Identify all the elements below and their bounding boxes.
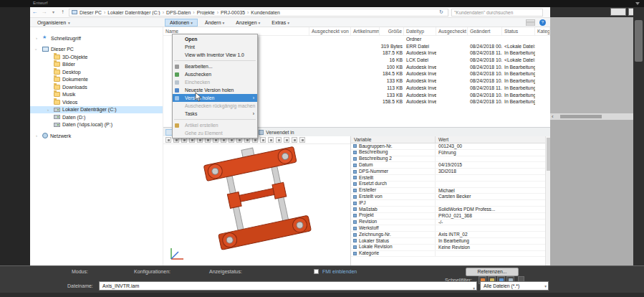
variable-icon <box>353 176 357 179</box>
menu-item[interactable]: Neueste Version holen <box>173 86 257 94</box>
menu-item[interactable]: Print <box>173 43 257 51</box>
help-icon[interactable] <box>539 19 546 26</box>
menu-item[interactable]: Open <box>173 35 257 43</box>
column-header[interactable]: Größe <box>380 27 404 35</box>
sidebar-item[interactable]: Downloads <box>30 83 163 91</box>
column-header[interactable]: Ausgecheckt von <box>309 27 351 35</box>
organize-button[interactable]: Organisieren <box>34 19 73 26</box>
search-input[interactable]: "Kundendaten" durchsuchen <box>451 9 543 16</box>
menu-item[interactable]: View with Inventor View 1.0 <box>173 51 257 59</box>
history-chevron-icon[interactable] <box>49 7 58 17</box>
property-row: Erstellt von Carsten Becker <box>351 194 550 200</box>
column-header[interactable]: Status <box>502 27 535 35</box>
sidebar-item[interactable]: Bilder <box>30 61 163 69</box>
filename-input[interactable]: Axis_INVTR.iam <box>99 281 477 291</box>
cell-checked-out-by <box>309 36 351 43</box>
menu-item[interactable]: Gehe zu Element <box>173 129 257 137</box>
menu-item[interactable]: Auschecken <box>173 70 257 78</box>
variable-icon <box>353 252 357 255</box>
refresh-icon[interactable] <box>439 9 446 15</box>
up-icon[interactable] <box>58 7 67 17</box>
cell-checked-out-by <box>309 70 351 77</box>
breadcrumb-item[interactable]: PRJ-00035 <box>221 10 251 15</box>
breadcrumb-item[interactable]: Projekte <box>197 10 221 15</box>
view-options-icon[interactable] <box>526 19 535 26</box>
horizontal-scrollbar[interactable] <box>550 113 633 120</box>
menu-item[interactable]: Bearbeiten... <box>173 62 257 70</box>
vertical-scrollbar[interactable] <box>633 7 644 265</box>
cell-item-number <box>351 50 380 57</box>
referenzen-button[interactable]: Referenzen... <box>466 268 519 276</box>
sidebar-item[interactable]: Daten (\\dps.local) (P:) <box>30 121 163 129</box>
item-icon <box>54 100 60 105</box>
cell-size: 319 Bytes <box>380 43 404 50</box>
stamp-icon[interactable] <box>299 137 305 143</box>
sidebar-item[interactable]: Lokaler Datenträger (C:) <box>30 106 163 114</box>
cell-modified: 08/24/2018 10... <box>468 70 502 77</box>
menu-item[interactable] <box>174 60 256 61</box>
fmi-checkbox[interactable] <box>314 269 319 274</box>
column-header[interactable]: Kategorie <box>535 27 550 35</box>
sidebar-item[interactable]: Desktop <box>30 68 163 76</box>
column-header[interactable]: Artikelnummer <box>351 27 380 35</box>
menu-button[interactable]: Aktionen <box>165 19 198 27</box>
forward-icon[interactable] <box>39 7 49 17</box>
variable-icon <box>353 233 357 237</box>
menu-button[interactable]: Extras <box>267 19 294 26</box>
preview-tab[interactable]: Verwendet in <box>254 128 298 136</box>
back-icon[interactable] <box>30 7 39 17</box>
print-icon[interactable] <box>165 137 171 143</box>
sidebar-item[interactable]: Schnellzugriff <box>30 34 163 42</box>
sidebar-item[interactable]: Daten (D:) <box>30 113 163 121</box>
expander-icon[interactable] <box>36 47 40 52</box>
annotate-icon[interactable] <box>268 137 274 143</box>
menu-item[interactable]: Artikel erstellen <box>173 121 257 129</box>
breadcrumb-item[interactable]: Lokaler Datenträger (C:) <box>107 10 166 15</box>
sidebar-item[interactable]: Netzwerk <box>30 132 163 140</box>
value-column-header[interactable]: Wert <box>436 136 550 143</box>
menu-button[interactable]: Anzeigen <box>231 19 264 26</box>
column-header[interactable]: Ausgecheckt in <box>436 27 468 35</box>
sidebar-item[interactable]: 3D-Objekte <box>30 53 163 61</box>
breadcrumb: Dieser PC Lokaler Datenträger (C:) DPS-D… <box>80 10 439 15</box>
column-header[interactable]: Geändert <box>468 27 502 35</box>
breadcrumb-item[interactable]: DPS-Daten <box>166 10 197 15</box>
chevron-down-icon[interactable] <box>635 2 640 5</box>
scrollbar-thumb[interactable] <box>635 20 643 62</box>
scrollbar-thumb[interactable] <box>547 138 550 171</box>
scrollbar-thumb[interactable] <box>560 115 602 118</box>
scroll-left-icon[interactable] <box>552 113 554 120</box>
menu-item[interactable]: Auschecken rückgängig machen <box>173 102 257 110</box>
menu-item[interactable]: Einchecken <box>173 78 257 86</box>
column-header[interactable]: Dateityp <box>404 27 436 35</box>
explode-icon[interactable] <box>276 137 282 143</box>
expander-icon[interactable] <box>36 133 40 138</box>
mass-properties-icon[interactable] <box>284 137 289 143</box>
cell-type: Autodesk Inve... <box>404 50 436 57</box>
menu-item[interactable] <box>174 119 256 120</box>
sidebar-item[interactable]: Dieser PC <box>30 46 163 54</box>
3d-preview[interactable] <box>163 136 351 266</box>
address-bar[interactable]: Dieser PC Lokaler Datenträger (C:) DPS-D… <box>69 9 448 16</box>
menu-item[interactable]: Version holen <box>173 94 257 102</box>
measure-icon[interactable] <box>260 137 266 143</box>
breadcrumb-item[interactable]: Dieser PC <box>80 10 107 15</box>
chevron-down-icon <box>259 20 261 25</box>
sidebar-item[interactable]: Videos <box>30 98 163 106</box>
filetype-select[interactable]: Alle Dateien (*.*) <box>480 281 549 291</box>
item-icon <box>42 133 48 138</box>
expander-icon[interactable] <box>36 36 40 40</box>
cell-size: 133 KB <box>380 77 404 85</box>
expander-icon[interactable] <box>47 108 52 112</box>
item-icon <box>54 77 60 82</box>
breadcrumb-item[interactable]: Kundendaten <box>251 10 279 15</box>
menu-button[interactable]: Ändern <box>201 19 229 26</box>
variable-icon <box>353 239 357 242</box>
variable-column-header[interactable]: Variable <box>351 136 436 143</box>
property-row: Kategorie <box>351 251 550 258</box>
properties-scrollbar[interactable] <box>545 136 550 266</box>
settings-icon[interactable] <box>292 137 297 143</box>
sidebar-item[interactable]: Musik <box>30 91 163 99</box>
sidebar-item[interactable]: Dokumente <box>30 76 163 84</box>
menu-item[interactable]: Tasks <box>173 110 257 118</box>
